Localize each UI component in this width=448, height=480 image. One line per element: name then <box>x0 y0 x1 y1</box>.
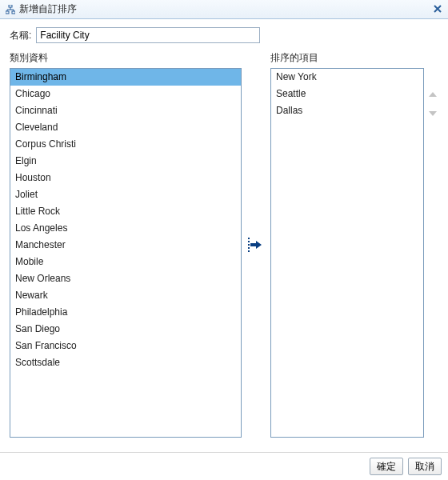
list-item[interactable]: Cleveland <box>10 119 241 136</box>
list-item[interactable]: Mobile <box>10 254 241 270</box>
sorted-listbox[interactable]: New YorkSeattleDallas <box>270 68 424 438</box>
list-item[interactable]: Corpus Christi <box>10 136 241 153</box>
dialog-footer: 確定 取消 <box>0 452 448 480</box>
name-label: 名稱: <box>10 29 31 42</box>
cancel-button[interactable]: 取消 <box>408 458 442 475</box>
list-item[interactable]: Los Angeles <box>10 220 241 237</box>
list-item[interactable]: Chicago <box>10 86 241 102</box>
list-item[interactable]: Manchester <box>10 237 241 254</box>
list-item[interactable]: New Orleans <box>10 270 241 287</box>
close-button[interactable] <box>430 2 445 16</box>
list-item[interactable]: Elgin <box>10 153 241 170</box>
titlebar: 新增自訂排序 <box>0 0 448 19</box>
reorder-controls <box>426 89 440 119</box>
ok-button[interactable]: 確定 <box>370 458 403 475</box>
name-input[interactable] <box>36 27 260 43</box>
drag-grip-icon <box>248 238 250 252</box>
list-item[interactable]: Dallas <box>271 102 423 119</box>
category-listbox[interactable]: BirminghamChicagoCincinnatiClevelandCorp… <box>10 68 242 438</box>
move-up-button[interactable] <box>426 89 439 102</box>
list-item[interactable]: Philadelphia <box>10 304 241 321</box>
list-item[interactable]: Birmingham <box>10 69 241 86</box>
close-icon <box>434 5 442 13</box>
list-item[interactable]: Seattle <box>271 86 423 102</box>
svg-rect-1 <box>6 11 9 14</box>
dialog-content: 名稱: 類別資料 BirminghamChicagoCincinnatiClev… <box>0 19 448 442</box>
arrow-down-icon <box>428 108 438 118</box>
arrow-up-icon <box>428 90 438 100</box>
list-item[interactable]: Houston <box>10 170 241 186</box>
svg-rect-0 <box>9 5 12 7</box>
list-item[interactable]: New York <box>271 69 423 86</box>
dialog-title: 新增自訂排序 <box>19 2 77 16</box>
list-item[interactable]: Joliet <box>10 186 241 203</box>
hierarchy-icon <box>5 4 16 15</box>
list-item[interactable]: Little Rock <box>10 203 241 220</box>
list-item[interactable]: San Francisco <box>10 338 241 354</box>
move-down-button[interactable] <box>426 106 439 119</box>
svg-rect-2 <box>12 11 15 14</box>
list-item[interactable]: San Diego <box>10 321 241 338</box>
arrow-right-icon <box>250 240 262 250</box>
right-header: 排序的項目 <box>270 51 438 65</box>
list-item[interactable]: Newark <box>10 287 241 304</box>
name-row: 名稱: <box>10 27 438 43</box>
left-header: 類別資料 <box>10 51 242 65</box>
list-item[interactable]: Cincinnati <box>10 102 241 119</box>
list-item[interactable]: Scottsdale <box>10 354 241 371</box>
